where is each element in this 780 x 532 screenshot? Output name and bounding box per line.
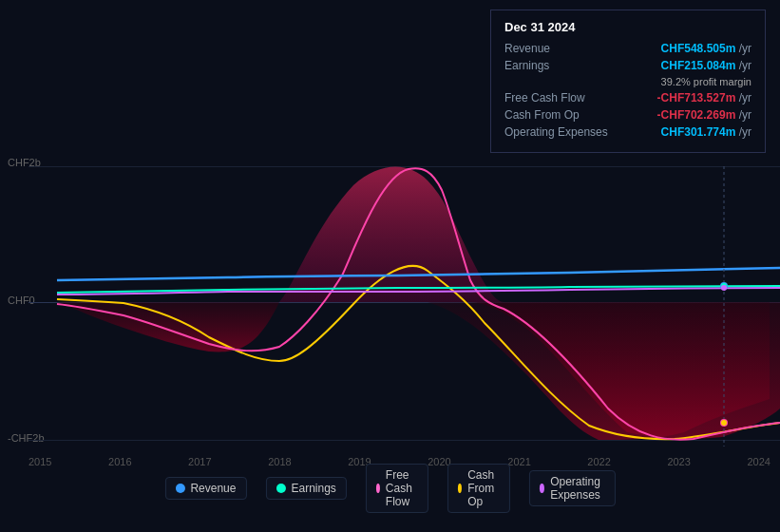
tooltip-margin-value: 39.2% profit margin bbox=[661, 76, 751, 87]
tooltip-fcf-row: Free Cash Flow -CHF713.527m /yr bbox=[504, 91, 751, 104]
tooltip-date: Dec 31 2024 bbox=[504, 20, 751, 34]
revenue-dot-indicator bbox=[175, 484, 184, 493]
opex-dot-indicator bbox=[540, 484, 544, 493]
tooltip-cfo-value: -CHF702.269m /yr bbox=[657, 108, 751, 122]
legend-cfo-label: Cash From Op bbox=[467, 468, 500, 508]
legend-cfo[interactable]: Cash From Op bbox=[447, 464, 510, 513]
cfo-dot-2024 bbox=[721, 420, 727, 426]
tooltip-fcf-value: -CHF713.527m /yr bbox=[657, 91, 751, 104]
tooltip-opex-row: Operating Expenses CHF301.774m /yr bbox=[504, 125, 751, 139]
tooltip-earnings-row: Earnings CHF215.084m /yr bbox=[504, 59, 751, 72]
tooltip-fcf-label: Free Cash Flow bbox=[504, 91, 585, 104]
tooltip-opex-label: Operating Expenses bbox=[504, 125, 608, 139]
legend-revenue-label: Revenue bbox=[190, 482, 236, 495]
earnings-dot-indicator bbox=[276, 484, 285, 493]
cfo-dot-indicator bbox=[458, 484, 462, 493]
tooltip-revenue-label: Revenue bbox=[504, 42, 550, 55]
tooltip-cfo-label: Cash From Op bbox=[504, 108, 580, 122]
tooltip-earnings-label: Earnings bbox=[504, 59, 549, 72]
tooltip-revenue-row: Revenue CHF548.505m /yr bbox=[504, 42, 751, 55]
tooltip-cfo-row: Cash From Op -CHF702.269m /yr bbox=[504, 108, 751, 122]
fcf-dot-indicator bbox=[376, 484, 380, 493]
legend-opex-label: Operating Expenses bbox=[550, 475, 604, 502]
legend-earnings[interactable]: Earnings bbox=[265, 477, 346, 500]
fcf-pos-area bbox=[279, 167, 504, 302]
legend-earnings-label: Earnings bbox=[291, 482, 335, 495]
tooltip-earnings-value: CHF215.084m /yr bbox=[661, 59, 751, 72]
data-tooltip: Dec 31 2024 Revenue CHF548.505m /yr Earn… bbox=[490, 10, 766, 153]
opex-dot-2024 bbox=[721, 285, 727, 291]
chart-legend: Revenue Earnings Free Cash Flow Cash Fro… bbox=[164, 464, 615, 513]
legend-fcf-label: Free Cash Flow bbox=[386, 468, 418, 508]
tooltip-margin-row: 39.2% profit margin bbox=[504, 76, 751, 87]
legend-opex[interactable]: Operating Expenses bbox=[529, 470, 616, 506]
tooltip-revenue-value: CHF548.505m /yr bbox=[661, 42, 751, 55]
legend-fcf[interactable]: Free Cash Flow bbox=[366, 464, 428, 513]
tooltip-opex-value: CHF301.774m /yr bbox=[661, 125, 751, 139]
legend-revenue[interactable]: Revenue bbox=[164, 477, 246, 500]
